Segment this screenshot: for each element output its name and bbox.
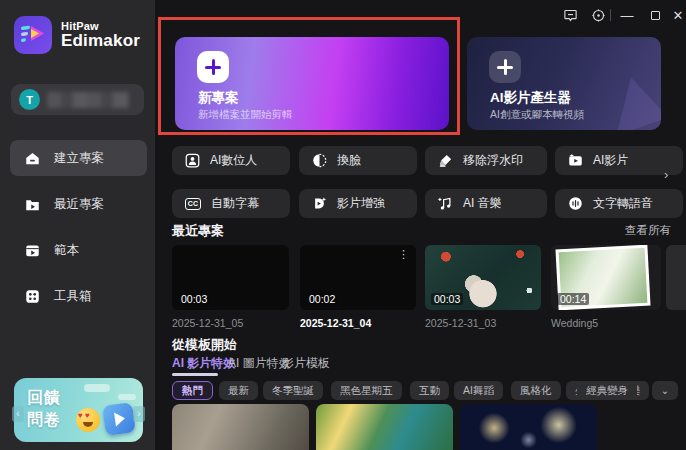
sidebar-item-toolbox[interactable]: 工具箱 (10, 278, 147, 314)
tag-classic-transform[interactable]: 經典變身 (577, 381, 637, 400)
template-thumb-fireworks[interactable] (460, 404, 597, 450)
tags-expand-chevron-icon[interactable]: ⌄ (652, 381, 678, 400)
feature-label: AI數位人 (210, 152, 257, 169)
digital-human-icon (185, 153, 200, 168)
project-name: Wedding5 (551, 317, 598, 329)
templates-icon (25, 243, 40, 258)
face-swap-icon (312, 153, 327, 168)
feature-remove-watermark[interactable]: 移除浮水印 (425, 146, 547, 175)
recent-thumbnail-1[interactable]: 00:03 (172, 245, 289, 310)
feature-label: AI 音樂 (463, 195, 502, 212)
sidebar: HitPaw Edimakor T 建立專案 最近專案 範本 (0, 0, 155, 450)
tag-new[interactable]: 最新 (219, 381, 258, 400)
recent-thumbnail-4[interactable]: 00:14 (551, 245, 661, 310)
feature-label: 移除浮水印 (463, 152, 523, 169)
new-project-card[interactable]: 新專案 新增檔案並開始剪輯 (175, 37, 449, 130)
banner-next-arrow[interactable]: › (133, 406, 145, 422)
tag-ai-dance[interactable]: AI舞蹈 (454, 381, 503, 400)
banner-prev-arrow[interactable]: ‹ (12, 406, 24, 422)
brand-line1: HitPaw (61, 20, 140, 32)
avatar: T (19, 89, 40, 110)
recent-projects-title: 最近專案 (172, 222, 224, 240)
video-enhance-icon (312, 196, 327, 211)
cloud-decoration (118, 394, 136, 400)
minimize-icon[interactable]: — (618, 6, 636, 24)
recent-thumbnail-partial[interactable] (666, 245, 686, 310)
maximize-icon[interactable] (646, 6, 664, 24)
feedback-survey-banner[interactable]: 回饋 問卷 (14, 378, 143, 442)
project-name: 2025-12-31_04 (300, 317, 371, 329)
remove-watermark-icon (438, 153, 453, 168)
features-next-arrow[interactable]: › (664, 167, 668, 182)
sidebar-item-templates[interactable]: 範本 (10, 232, 147, 268)
project-name: 2025-12-31_05 (172, 317, 243, 329)
ai-generator-subtitle: AI創意或腳本轉視頻 (490, 108, 584, 122)
kebab-menu-icon[interactable]: ⋮ (398, 249, 409, 259)
new-project-title: 新專案 (198, 89, 239, 107)
recent-projects-icon (25, 197, 40, 212)
ai-generator-title: AI影片產生器 (490, 89, 571, 107)
edimakor-logo-icon (14, 16, 52, 54)
settings-icon[interactable] (589, 6, 607, 24)
user-account-chip[interactable]: T (11, 84, 144, 115)
tag-winter-christmas[interactable]: 冬季聖誕 (263, 381, 323, 400)
toolbox-icon (25, 289, 40, 304)
recent-thumbnail-3[interactable]: 00:03 (425, 245, 541, 310)
create-project-icon (25, 151, 40, 166)
tag-black-friday[interactable]: 黑色星期五 (331, 381, 402, 400)
feature-label: 換臉 (337, 152, 361, 169)
duration-badge: 00:03 (178, 293, 210, 305)
brand-line2: Edimakor (61, 32, 140, 51)
feature-label: 文字轉語音 (593, 195, 653, 212)
feature-video-enhance[interactable]: 影片增強 (299, 189, 417, 218)
feature-auto-subtitle[interactable]: CC 自動字幕 (172, 189, 290, 218)
sidebar-item-recent-projects[interactable]: 最近專案 (10, 186, 147, 222)
new-project-subtitle: 新增檔案並開始剪輯 (198, 108, 293, 122)
close-icon[interactable]: ✕ (669, 6, 686, 24)
tab-ai-video-effects[interactable]: AI 影片特效 (172, 355, 235, 372)
titlebar-separator (610, 9, 611, 21)
duration-badge: 00:03 (431, 293, 463, 305)
active-tab-underline (172, 373, 218, 376)
brand-text: HitPaw Edimakor (61, 20, 140, 51)
tag-stylized[interactable]: 風格化 (511, 381, 561, 400)
ai-music-icon (438, 196, 453, 211)
recent-thumbnail-2[interactable]: ⋮ 00:02 (300, 245, 416, 310)
feature-ai-music[interactable]: AI 音樂 (425, 189, 547, 218)
username-redacted (47, 92, 129, 108)
app-logo: HitPaw Edimakor (14, 16, 140, 54)
tag-hot[interactable]: 熱門 (172, 381, 213, 400)
edimakor-window: HitPaw Edimakor T 建立專案 最近專案 範本 (0, 0, 686, 450)
feature-face-swap[interactable]: 換臉 (299, 146, 417, 175)
template-thumb-blue-face[interactable] (316, 404, 453, 450)
auto-subtitle-icon: CC (185, 198, 201, 210)
tab-video-templates[interactable]: 影片模板 (282, 355, 330, 372)
project-name: 2025-12-31_03 (425, 317, 496, 329)
heart-eyes-emoji-icon (76, 408, 100, 432)
sidebar-item-label: 建立專案 (54, 150, 104, 167)
banner-text: 回饋 問卷 (27, 387, 61, 430)
video-play-icon (102, 402, 136, 436)
feedback-icon[interactable] (561, 6, 579, 24)
template-thumb-elderly-couple[interactable] (172, 404, 309, 450)
duration-badge: 00:14 (557, 293, 589, 305)
plus-icon (489, 51, 521, 83)
text-to-speech-icon (568, 196, 583, 211)
feature-label: 影片增強 (337, 195, 385, 212)
feature-digital-human[interactable]: AI數位人 (172, 146, 290, 175)
feature-label: 自動字幕 (211, 195, 259, 212)
sidebar-item-label: 工具箱 (54, 288, 92, 305)
feature-text-to-speech[interactable]: 文字轉語音 (555, 189, 683, 218)
ai-video-icon (568, 153, 583, 168)
sidebar-item-create-project[interactable]: 建立專案 (10, 140, 147, 176)
play-watermark-icon (616, 77, 661, 130)
feature-label: AI影片 (593, 152, 628, 169)
tag-interactive[interactable]: 互動 (410, 381, 449, 400)
duration-badge: 00:02 (306, 293, 338, 305)
sidebar-item-label: 範本 (54, 242, 79, 259)
sidebar-item-label: 最近專案 (54, 196, 104, 213)
templates-title: 從模板開始 (172, 336, 237, 354)
ai-video-generator-card[interactable]: AI影片產生器 AI創意或腳本轉視頻 (467, 37, 661, 130)
cloud-decoration (84, 384, 110, 392)
view-all-link[interactable]: 查看所有 (625, 223, 671, 238)
